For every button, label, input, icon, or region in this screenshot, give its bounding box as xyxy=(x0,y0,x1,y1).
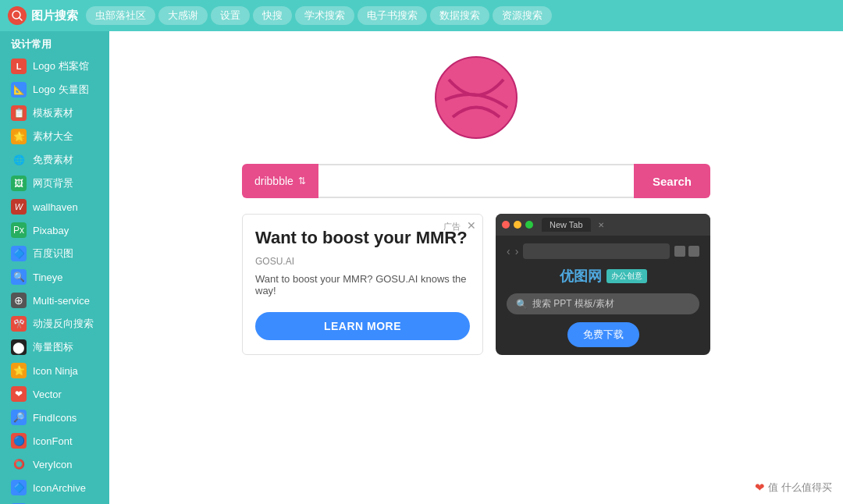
sidebar-item-template[interactable]: 📋 模板素材 xyxy=(0,101,109,125)
sidebar-item-material[interactable]: 🌟 素材大全 xyxy=(0,125,109,148)
ad-card: 广告 ✕ Want to boost your MMR? GOSU.AI Wan… xyxy=(242,214,483,355)
chevron-up-down-icon: ⇅ xyxy=(298,176,306,186)
sidebar-item-tineye[interactable]: 🔍 Tineye xyxy=(0,265,109,289)
sidebar-icon-template: 📋 xyxy=(11,105,27,121)
browser-card: New Tab ✕ ‹ › 优图网 办公创意 xyxy=(496,214,710,355)
tab-resource[interactable]: 资源搜索 xyxy=(493,6,552,25)
ad-source: GOSU.AI xyxy=(255,256,470,267)
sidebar-item-web-bg[interactable]: 🖼 网页背景 xyxy=(0,172,109,195)
sidebar-item-logo-archive[interactable]: L Logo 档案馆 xyxy=(0,55,109,78)
browser-forward-icon: › xyxy=(515,245,519,257)
sidebar-item-vector[interactable]: ❤ Vector xyxy=(0,382,109,406)
sidebar-item-multiservice[interactable]: ⊕ Multi-service xyxy=(0,289,109,312)
sidebar-icon-veryicon: ⭕ xyxy=(11,456,27,472)
browser-search-icon: 🔍 xyxy=(516,299,528,310)
search-button[interactable]: Search xyxy=(634,164,710,198)
browser-tab-close-icon: ✕ xyxy=(598,221,604,229)
sidebar-icon-multiservice: ⊕ xyxy=(11,293,27,308)
sidebar-icon-logo-vector: 📐 xyxy=(11,82,27,98)
sidebar-item-baidu[interactable]: 🔷 百度识图 xyxy=(0,242,109,265)
browser-topbar: New Tab ✕ xyxy=(496,214,710,236)
tab-academic[interactable]: 学术搜索 xyxy=(295,6,354,25)
watermark-icon: ❤ xyxy=(755,481,765,495)
browser-bookmark-icon xyxy=(674,246,685,257)
sidebar-item-logo-vector[interactable]: 📐 Logo 矢量图 xyxy=(0,78,109,101)
search-selector-label: dribbble xyxy=(254,175,293,187)
sidebar-item-iconarchive[interactable]: 🔷 IconArchive xyxy=(0,476,109,499)
sidebar-icon-anime-search: 🎌 xyxy=(11,316,27,332)
sidebar-icon-baidu: 🔷 xyxy=(11,246,27,261)
sidebar-item-wallhaven[interactable]: W wallhaven xyxy=(0,195,109,218)
main-area: 设计常用 L Logo 档案馆 📐 Logo 矢量图 📋 模板素材 🌟 素材大全 xyxy=(0,31,843,504)
tab-community[interactable]: 虫部落社区 xyxy=(86,6,155,25)
watermark: ❤ 值 什么值得买 xyxy=(755,481,832,495)
app-logo-icon xyxy=(8,6,27,25)
browser-back-icon: ‹ xyxy=(507,245,510,257)
ad-description: Want to boost your MMR? GOSU.AI knows th… xyxy=(255,273,470,296)
cards-row: 广告 ✕ Want to boost your MMR? GOSU.AI Wan… xyxy=(242,214,710,355)
browser-actions xyxy=(674,246,699,257)
browser-search-box: 🔍 搜索 PPT 模板/素材 xyxy=(507,293,699,314)
sidebar-item-icon-ninja[interactable]: ⭐ Icon Ninja xyxy=(0,359,109,382)
sidebar-item-findicons[interactable]: 🔎 FindIcons xyxy=(0,406,109,429)
sidebar-icon-iconarchive: 🔷 xyxy=(11,480,27,495)
sidebar-item-icons-bulk[interactable]: ⬤ 海量图标 xyxy=(0,335,109,359)
ad-badge: 广告 xyxy=(443,221,461,232)
sidebar-item-veryicon[interactable]: ⭕ VeryIcon xyxy=(0,453,109,476)
tab-quick[interactable]: 快搜 xyxy=(253,6,292,25)
browser-tab: New Tab xyxy=(542,218,591,232)
sidebar-item-incogna[interactable]: T Incogna xyxy=(0,499,109,504)
browser-menu-icon xyxy=(688,246,699,257)
sidebar-icon-web-bg: 🖼 xyxy=(11,176,27,191)
ad-learn-more-button[interactable]: LEARN MORE xyxy=(255,312,470,340)
sidebar-item-free-material[interactable]: 🌐 免费素材 xyxy=(0,148,109,172)
dribbble-logo xyxy=(433,55,519,140)
nav-tabs: 虫部落社区 大感谢 设置 快搜 学术搜索 电子书搜索 数据搜索 资源搜索 xyxy=(86,6,552,25)
sidebar-icon-material: 🌟 xyxy=(11,129,27,144)
browser-dot-red xyxy=(502,221,510,229)
ad-title: Want to boost your MMR? xyxy=(255,227,470,250)
app-logo: 图片搜索 xyxy=(8,6,78,25)
sidebar-icon-icons-bulk: ⬤ xyxy=(11,339,27,355)
sidebar-icon-wallhaven: W xyxy=(11,199,27,215)
browser-dot-yellow xyxy=(514,221,521,229)
sidebar-icon-vector: ❤ xyxy=(11,386,27,402)
tab-ebook[interactable]: 电子书搜索 xyxy=(357,6,427,25)
browser-search-text: 搜索 PPT 模板/素材 xyxy=(532,297,614,311)
browser-dot-green xyxy=(525,221,533,229)
ad-close-button[interactable]: ✕ xyxy=(467,219,476,232)
sidebar-item-anime-search[interactable]: 🎌 动漫反向搜索 xyxy=(0,312,109,335)
sidebar-icon-iconfont: 🔵 xyxy=(11,433,27,449)
watermark-text: 值 什么值得买 xyxy=(768,481,832,495)
sidebar-section-label: 设计常用 xyxy=(0,31,109,55)
sidebar-icon-icon-ninja: ⭐ xyxy=(11,363,27,378)
brand-badge: 办公创意 xyxy=(606,269,647,283)
search-selector[interactable]: dribbble ⇅ xyxy=(242,164,318,198)
tab-settings[interactable]: 设置 xyxy=(211,6,250,25)
sidebar-icon-tineye: 🔍 xyxy=(11,269,27,285)
sidebar: 设计常用 L Logo 档案馆 📐 Logo 矢量图 📋 模板素材 🌟 素材大全 xyxy=(0,31,109,504)
tab-thanks[interactable]: 大感谢 xyxy=(158,6,208,25)
svg-line-1 xyxy=(20,18,23,21)
sidebar-item-pixabay[interactable]: Px Pixabay xyxy=(0,218,109,242)
sidebar-item-iconfont[interactable]: 🔵 IconFont xyxy=(0,429,109,453)
sidebar-icon-pixabay: Px xyxy=(11,222,27,238)
browser-body: ‹ › 优图网 办公创意 🔍 搜索 PPT 模板/素 xyxy=(496,236,710,355)
browser-toolbar: ‹ › xyxy=(507,243,699,259)
sidebar-icon-findicons: 🔎 xyxy=(11,410,27,425)
top-nav: 图片搜索 虫部落社区 大感谢 设置 快搜 学术搜索 电子书搜索 数据搜索 资源搜… xyxy=(0,0,843,31)
search-bar: dribbble ⇅ Search xyxy=(242,164,710,198)
content-area: dribbble ⇅ Search 广告 ✕ Want to boost you… xyxy=(109,31,843,504)
brand-logo-area: 优图网 办公创意 xyxy=(560,267,647,286)
sidebar-icon-free-material: 🌐 xyxy=(11,152,27,168)
browser-address-bar xyxy=(523,243,670,259)
search-input[interactable] xyxy=(318,164,634,198)
brand-logo-text: 优图网 xyxy=(560,267,602,286)
browser-download-button[interactable]: 免费下载 xyxy=(567,322,639,347)
tab-data[interactable]: 数据搜索 xyxy=(430,6,489,25)
sidebar-icon-logo-archive: L xyxy=(11,59,27,74)
